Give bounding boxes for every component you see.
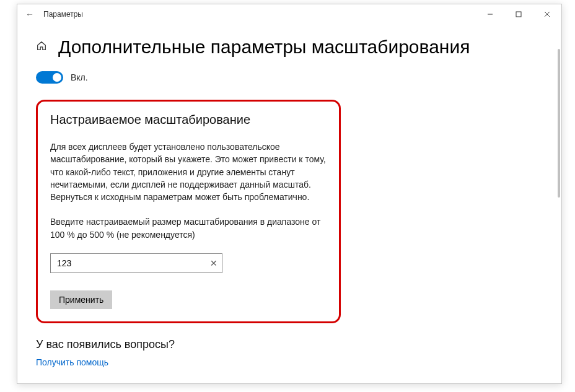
scale-input[interactable] — [50, 253, 222, 273]
toggle-label: Вкл. — [71, 72, 88, 82]
scaling-toggle[interactable] — [36, 71, 63, 84]
help-link[interactable]: Получить помощь — [36, 357, 108, 367]
scaling-input-hint: Введите настраиваемый размер масштабиров… — [50, 216, 327, 241]
content-area: Дополнительные параметры масштабирования… — [17, 24, 561, 383]
toggle-row: Вкл. — [36, 71, 543, 84]
section-title: Настраиваемое масштабирование — [50, 113, 327, 127]
home-icon[interactable] — [36, 40, 47, 54]
titlebar: ← Параметры — [17, 4, 561, 24]
minimize-icon — [487, 11, 493, 17]
custom-scaling-section: Настраиваемое масштабирование Для всех д… — [36, 100, 341, 323]
heading-row: Дополнительные параметры масштабирования — [36, 37, 543, 58]
svg-rect-1 — [516, 12, 521, 17]
toggle-knob — [53, 73, 61, 82]
window-title: Параметры — [43, 10, 83, 19]
back-icon[interactable]: ← — [22, 9, 37, 19]
maximize-icon — [516, 11, 522, 17]
maximize-button[interactable] — [504, 4, 533, 24]
close-icon — [544, 11, 550, 17]
scaling-description: Для всех дисплеев будет установлено поль… — [50, 141, 327, 203]
settings-window: ← Параметры Дополнительные параметры мас… — [17, 4, 562, 384]
input-wrap: ✕ — [50, 253, 222, 273]
scrollbar[interactable] — [558, 49, 560, 198]
close-button[interactable] — [533, 4, 561, 24]
clear-input-icon[interactable]: ✕ — [210, 258, 217, 268]
minimize-button[interactable] — [476, 4, 504, 24]
input-row: ✕ — [50, 253, 327, 273]
window-controls — [476, 4, 561, 24]
apply-button[interactable]: Применить — [50, 290, 112, 309]
page-title: Дополнительные параметры масштабирования — [58, 37, 470, 58]
questions-title: У вас появились вопросы? — [36, 338, 543, 351]
